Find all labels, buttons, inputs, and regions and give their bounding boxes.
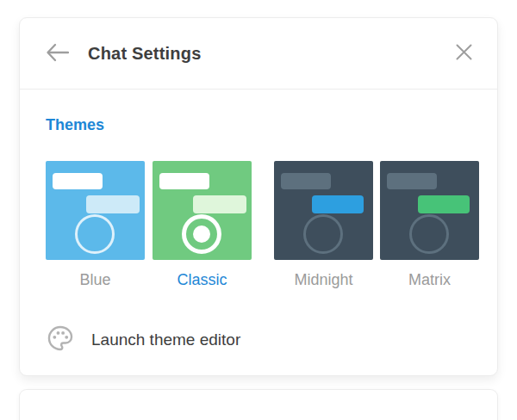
- radio-indicator: [409, 214, 449, 254]
- theme-label: Blue: [46, 271, 145, 289]
- chat-bubble: [281, 173, 331, 189]
- launch-theme-editor-label: Launch theme editor: [91, 330, 240, 349]
- dialog-header: Chat Settings: [20, 18, 497, 90]
- dialog-content: Themes Blue Classic: [20, 116, 497, 356]
- chat-bubble: [86, 195, 140, 213]
- theme-option-classic[interactable]: Classic: [153, 161, 252, 289]
- launch-theme-editor-button[interactable]: Launch theme editor: [46, 324, 240, 356]
- chat-bubble: [418, 195, 470, 213]
- theme-option-matrix[interactable]: Matrix: [380, 161, 479, 289]
- theme-option-midnight[interactable]: Midnight: [274, 161, 373, 289]
- radio-indicator: [303, 214, 343, 254]
- close-icon: [455, 43, 473, 64]
- themes-row: Blue Classic Midnight: [46, 161, 471, 289]
- theme-preview-midnight: [274, 161, 373, 260]
- radio-indicator: [75, 214, 115, 254]
- theme-label: Midnight: [274, 271, 373, 289]
- theme-preview-blue: [46, 161, 145, 260]
- chat-bubble: [312, 195, 364, 213]
- chat-settings-dialog: Chat Settings Themes Blue: [19, 17, 498, 376]
- theme-preview-classic: [153, 161, 252, 260]
- radio-indicator: [182, 214, 221, 254]
- chat-bubble: [387, 173, 437, 189]
- arrow-left-icon: [46, 43, 69, 65]
- themes-section-title: Themes: [46, 116, 471, 134]
- next-card-partial: [19, 389, 498, 420]
- dialog-title: Chat Settings: [88, 44, 455, 64]
- chat-bubble: [193, 195, 246, 213]
- theme-preview-matrix: [380, 161, 479, 260]
- chat-bubble: [159, 173, 209, 189]
- chat-bubble: [53, 173, 103, 189]
- theme-label: Classic: [153, 271, 252, 289]
- back-button[interactable]: [46, 43, 69, 65]
- close-button[interactable]: [455, 43, 473, 64]
- palette-icon: [46, 324, 75, 356]
- theme-option-blue[interactable]: Blue: [46, 161, 145, 289]
- theme-label: Matrix: [380, 271, 479, 289]
